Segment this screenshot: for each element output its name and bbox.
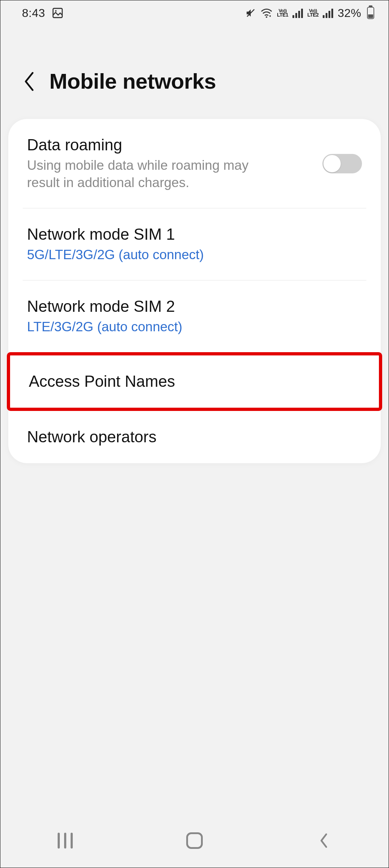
page-title: Mobile networks xyxy=(49,69,216,94)
toggle-knob xyxy=(323,155,341,172)
highlight-annotation: Access Point Names xyxy=(7,352,382,411)
home-icon xyxy=(186,832,203,849)
header: Mobile networks xyxy=(0,26,389,119)
setting-network-mode-sim1[interactable]: Network mode SIM 1 5G/LTE/3G/2G (auto co… xyxy=(8,208,381,280)
sim2-label: Vo)) LTE2 xyxy=(307,9,318,17)
setting-title: Data roaming xyxy=(27,135,316,155)
setting-title: Network mode SIM 2 xyxy=(27,296,362,316)
battery-percent: 32% xyxy=(337,6,361,20)
wifi-icon xyxy=(260,8,273,18)
chevron-left-icon xyxy=(318,832,329,849)
setting-subtitle: Using mobile data while roaming may resu… xyxy=(27,157,316,191)
settings-list: Data roaming Using mobile data while roa… xyxy=(8,119,381,463)
navigation-bar xyxy=(0,814,389,868)
status-bar: 8:43 Vo)) LTE1 xyxy=(0,0,389,26)
setting-network-operators[interactable]: Network operators xyxy=(8,411,381,463)
signal-bars-sim1 xyxy=(292,8,303,18)
setting-network-mode-sim2[interactable]: Network mode SIM 2 LTE/3G/2G (auto conne… xyxy=(8,280,381,352)
setting-title: Network operators xyxy=(27,427,362,447)
back-button[interactable] xyxy=(22,71,36,92)
setting-title: Access Point Names xyxy=(29,371,360,391)
screenshot-icon xyxy=(52,7,64,19)
svg-point-1 xyxy=(55,10,57,12)
status-left: 8:43 xyxy=(22,6,64,20)
mute-icon xyxy=(245,8,256,18)
status-time: 8:43 xyxy=(22,6,45,20)
setting-subtitle: LTE/3G/2G (auto connect) xyxy=(27,318,362,336)
recents-icon xyxy=(58,833,73,849)
setting-access-point-names[interactable]: Access Point Names xyxy=(10,355,379,408)
status-right: Vo)) LTE1 Vo)) LTE2 32% xyxy=(245,6,374,20)
nav-back-button[interactable] xyxy=(309,830,338,851)
setting-subtitle: 5G/LTE/3G/2G (auto connect) xyxy=(27,246,362,264)
setting-title: Network mode SIM 1 xyxy=(27,224,362,244)
sim1-label: Vo)) LTE1 xyxy=(277,9,288,17)
data-roaming-toggle[interactable] xyxy=(322,154,362,173)
recents-button[interactable] xyxy=(51,830,80,851)
home-button[interactable] xyxy=(180,830,209,851)
signal-bars-sim2 xyxy=(323,8,333,18)
chevron-left-icon xyxy=(23,72,35,91)
svg-point-3 xyxy=(266,16,267,18)
setting-data-roaming[interactable]: Data roaming Using mobile data while roa… xyxy=(8,119,381,208)
battery-icon xyxy=(367,7,374,19)
